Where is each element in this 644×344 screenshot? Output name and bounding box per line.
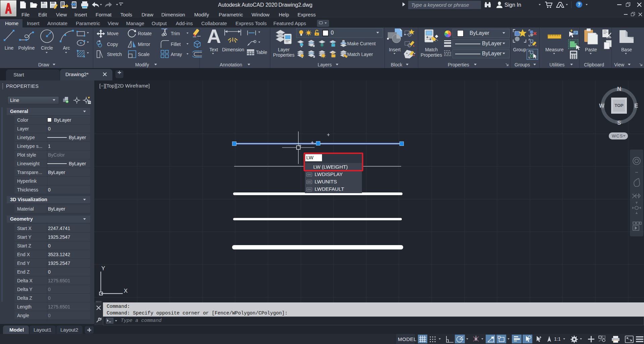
svg-text:X: X: [124, 288, 127, 294]
svg-text:Y: Y: [101, 265, 105, 272]
